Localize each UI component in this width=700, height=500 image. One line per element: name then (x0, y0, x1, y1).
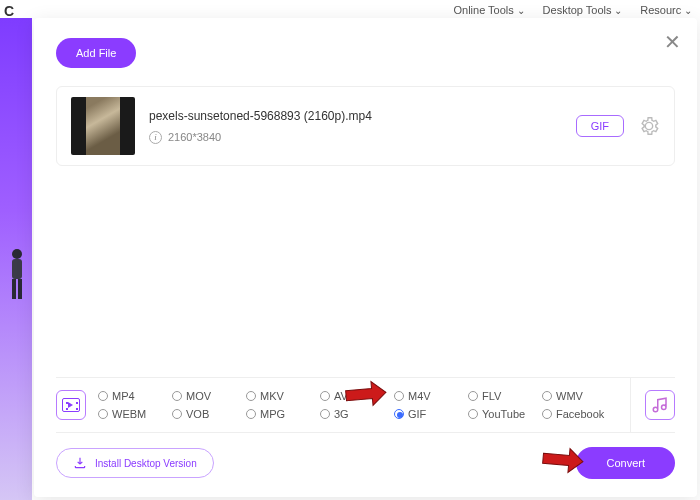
convert-button[interactable]: Convert (576, 447, 675, 479)
radio-icon (98, 409, 108, 419)
radio-icon (468, 391, 478, 401)
format-label: Facebook (556, 408, 604, 420)
format-label: M4V (408, 390, 431, 402)
format-label: MKV (260, 390, 284, 402)
nav-online-tools[interactable]: Online Tools (453, 4, 524, 16)
format-label: WEBM (112, 408, 146, 420)
format-option-mpg[interactable]: MPG (246, 408, 316, 420)
radio-icon (320, 391, 330, 401)
radio-icon (394, 409, 404, 419)
format-option-webm[interactable]: WEBM (98, 408, 168, 420)
install-desktop-button[interactable]: Install Desktop Version (56, 448, 214, 478)
info-icon[interactable]: i (149, 131, 162, 144)
radio-icon (394, 391, 404, 401)
svg-rect-3 (18, 279, 22, 299)
format-label: MP4 (112, 390, 135, 402)
nav-resources[interactable]: Resourc (640, 4, 692, 16)
radio-icon (320, 409, 330, 419)
format-option-mov[interactable]: MOV (172, 390, 242, 402)
install-label: Install Desktop Version (95, 458, 197, 469)
svg-point-0 (12, 249, 22, 259)
download-icon (73, 456, 87, 470)
top-nav: Online Tools Desktop Tools Resourc (453, 4, 692, 16)
format-option-avi[interactable]: AVI (320, 390, 390, 402)
radio-icon (468, 409, 478, 419)
radio-icon (542, 409, 552, 419)
radio-icon (246, 391, 256, 401)
video-tab-icon[interactable] (56, 390, 86, 420)
target-format-badge[interactable]: GIF (576, 115, 624, 137)
format-label: VOB (186, 408, 209, 420)
format-label: GIF (408, 408, 426, 420)
close-icon[interactable]: ✕ (664, 30, 681, 54)
format-option-vob[interactable]: VOB (172, 408, 242, 420)
format-label: WMV (556, 390, 583, 402)
format-option-mkv[interactable]: MKV (246, 390, 316, 402)
format-label: 3G (334, 408, 349, 420)
format-option-youtube[interactable]: YouTube (468, 408, 538, 420)
format-option-mp4[interactable]: MP4 (98, 390, 168, 402)
format-option-gif[interactable]: GIF (394, 408, 464, 420)
format-label: YouTube (482, 408, 525, 420)
format-option-m4v[interactable]: M4V (394, 390, 464, 402)
radio-icon (172, 391, 182, 401)
radio-icon (542, 391, 552, 401)
format-option-flv[interactable]: FLV (468, 390, 538, 402)
divider (630, 378, 631, 432)
gear-icon[interactable] (638, 115, 660, 137)
audio-tab-icon[interactable] (645, 390, 675, 420)
radio-icon (98, 391, 108, 401)
file-card: pexels-sunsetoned-5968893 (2160p).mp4 i … (56, 86, 675, 166)
nav-desktop-tools[interactable]: Desktop Tools (543, 4, 623, 16)
converter-modal: ✕ Add File pexels-sunsetoned-5968893 (21… (34, 18, 697, 497)
format-option-3g[interactable]: 3G (320, 408, 390, 420)
file-name-label: pexels-sunsetoned-5968893 (2160p).mp4 (149, 109, 562, 123)
radio-icon (246, 409, 256, 419)
video-thumbnail[interactable] (71, 97, 135, 155)
format-label: MOV (186, 390, 211, 402)
format-label: FLV (482, 390, 501, 402)
sidebar-hero (0, 18, 32, 500)
hero-figure (6, 248, 28, 306)
format-label: MPG (260, 408, 285, 420)
format-option-facebook[interactable]: Facebook (542, 408, 612, 420)
logo: C (4, 3, 14, 19)
svg-rect-1 (12, 259, 22, 279)
file-resolution: 2160*3840 (168, 131, 221, 143)
radio-icon (172, 409, 182, 419)
svg-rect-2 (12, 279, 16, 299)
format-label: AVI (334, 390, 351, 402)
format-option-wmv[interactable]: WMV (542, 390, 612, 402)
modal-footer: Install Desktop Version Convert (56, 447, 675, 479)
format-options: MP4MOVMKVAVIM4VFLVWMVWEBMVOBMPG3GGIFYouT… (56, 377, 675, 433)
add-file-button[interactable]: Add File (56, 38, 136, 68)
